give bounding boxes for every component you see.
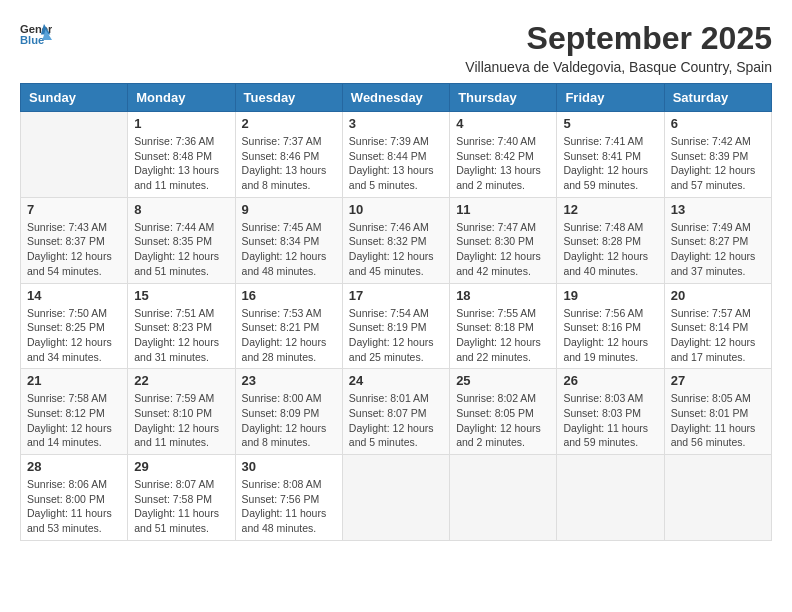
day-info: Sunrise: 7:39 AMSunset: 8:44 PMDaylight:… — [349, 134, 443, 193]
month-title: September 2025 — [465, 20, 772, 57]
day-number: 14 — [27, 288, 121, 303]
calendar-cell — [21, 112, 128, 198]
calendar-cell: 5Sunrise: 7:41 AMSunset: 8:41 PMDaylight… — [557, 112, 664, 198]
day-number: 26 — [563, 373, 657, 388]
day-number: 2 — [242, 116, 336, 131]
calendar-cell: 25Sunrise: 8:02 AMSunset: 8:05 PMDayligh… — [450, 369, 557, 455]
calendar-cell: 16Sunrise: 7:53 AMSunset: 8:21 PMDayligh… — [235, 283, 342, 369]
calendar-cell: 10Sunrise: 7:46 AMSunset: 8:32 PMDayligh… — [342, 197, 449, 283]
calendar-week-row: 14Sunrise: 7:50 AMSunset: 8:25 PMDayligh… — [21, 283, 772, 369]
day-number: 18 — [456, 288, 550, 303]
day-info: Sunrise: 7:57 AMSunset: 8:14 PMDaylight:… — [671, 306, 765, 365]
day-info: Sunrise: 7:43 AMSunset: 8:37 PMDaylight:… — [27, 220, 121, 279]
day-number: 7 — [27, 202, 121, 217]
day-info: Sunrise: 7:45 AMSunset: 8:34 PMDaylight:… — [242, 220, 336, 279]
day-number: 8 — [134, 202, 228, 217]
calendar-cell: 17Sunrise: 7:54 AMSunset: 8:19 PMDayligh… — [342, 283, 449, 369]
calendar-cell: 4Sunrise: 7:40 AMSunset: 8:42 PMDaylight… — [450, 112, 557, 198]
calendar-cell: 20Sunrise: 7:57 AMSunset: 8:14 PMDayligh… — [664, 283, 771, 369]
calendar-week-row: 7Sunrise: 7:43 AMSunset: 8:37 PMDaylight… — [21, 197, 772, 283]
calendar-cell — [450, 455, 557, 541]
calendar-cell: 27Sunrise: 8:05 AMSunset: 8:01 PMDayligh… — [664, 369, 771, 455]
weekday-header-thursday: Thursday — [450, 84, 557, 112]
day-info: Sunrise: 7:36 AMSunset: 8:48 PMDaylight:… — [134, 134, 228, 193]
day-info: Sunrise: 7:48 AMSunset: 8:28 PMDaylight:… — [563, 220, 657, 279]
day-info: Sunrise: 7:51 AMSunset: 8:23 PMDaylight:… — [134, 306, 228, 365]
weekday-header-row: SundayMondayTuesdayWednesdayThursdayFrid… — [21, 84, 772, 112]
day-info: Sunrise: 7:56 AMSunset: 8:16 PMDaylight:… — [563, 306, 657, 365]
day-info: Sunrise: 8:06 AMSunset: 8:00 PMDaylight:… — [27, 477, 121, 536]
day-number: 11 — [456, 202, 550, 217]
calendar-week-row: 28Sunrise: 8:06 AMSunset: 8:00 PMDayligh… — [21, 455, 772, 541]
day-info: Sunrise: 7:58 AMSunset: 8:12 PMDaylight:… — [27, 391, 121, 450]
day-info: Sunrise: 8:03 AMSunset: 8:03 PMDaylight:… — [563, 391, 657, 450]
day-info: Sunrise: 7:41 AMSunset: 8:41 PMDaylight:… — [563, 134, 657, 193]
day-number: 23 — [242, 373, 336, 388]
day-info: Sunrise: 7:49 AMSunset: 8:27 PMDaylight:… — [671, 220, 765, 279]
day-number: 13 — [671, 202, 765, 217]
day-number: 5 — [563, 116, 657, 131]
calendar-cell: 9Sunrise: 7:45 AMSunset: 8:34 PMDaylight… — [235, 197, 342, 283]
calendar-week-row: 21Sunrise: 7:58 AMSunset: 8:12 PMDayligh… — [21, 369, 772, 455]
calendar-cell: 13Sunrise: 7:49 AMSunset: 8:27 PMDayligh… — [664, 197, 771, 283]
location-subtitle: Villanueva de Valdegovia, Basque Country… — [465, 59, 772, 75]
day-number: 19 — [563, 288, 657, 303]
day-number: 24 — [349, 373, 443, 388]
day-info: Sunrise: 7:46 AMSunset: 8:32 PMDaylight:… — [349, 220, 443, 279]
day-info: Sunrise: 7:44 AMSunset: 8:35 PMDaylight:… — [134, 220, 228, 279]
calendar-cell: 22Sunrise: 7:59 AMSunset: 8:10 PMDayligh… — [128, 369, 235, 455]
day-number: 3 — [349, 116, 443, 131]
day-number: 4 — [456, 116, 550, 131]
calendar-cell: 15Sunrise: 7:51 AMSunset: 8:23 PMDayligh… — [128, 283, 235, 369]
page-header: General Blue September 2025 Villanueva d… — [20, 20, 772, 75]
calendar-cell: 19Sunrise: 7:56 AMSunset: 8:16 PMDayligh… — [557, 283, 664, 369]
logo-icon: General Blue — [20, 20, 52, 52]
calendar-cell — [557, 455, 664, 541]
calendar-week-row: 1Sunrise: 7:36 AMSunset: 8:48 PMDaylight… — [21, 112, 772, 198]
day-info: Sunrise: 7:37 AMSunset: 8:46 PMDaylight:… — [242, 134, 336, 193]
day-number: 16 — [242, 288, 336, 303]
day-number: 30 — [242, 459, 336, 474]
day-number: 17 — [349, 288, 443, 303]
calendar-cell: 12Sunrise: 7:48 AMSunset: 8:28 PMDayligh… — [557, 197, 664, 283]
calendar-cell: 8Sunrise: 7:44 AMSunset: 8:35 PMDaylight… — [128, 197, 235, 283]
day-number: 9 — [242, 202, 336, 217]
calendar-cell: 14Sunrise: 7:50 AMSunset: 8:25 PMDayligh… — [21, 283, 128, 369]
day-number: 1 — [134, 116, 228, 131]
day-number: 21 — [27, 373, 121, 388]
weekday-header-saturday: Saturday — [664, 84, 771, 112]
weekday-header-sunday: Sunday — [21, 84, 128, 112]
day-number: 10 — [349, 202, 443, 217]
calendar-cell: 7Sunrise: 7:43 AMSunset: 8:37 PMDaylight… — [21, 197, 128, 283]
day-info: Sunrise: 7:47 AMSunset: 8:30 PMDaylight:… — [456, 220, 550, 279]
calendar-cell — [342, 455, 449, 541]
calendar-table: SundayMondayTuesdayWednesdayThursdayFrid… — [20, 83, 772, 541]
svg-text:Blue: Blue — [20, 34, 44, 46]
day-info: Sunrise: 7:42 AMSunset: 8:39 PMDaylight:… — [671, 134, 765, 193]
calendar-cell: 30Sunrise: 8:08 AMSunset: 7:56 PMDayligh… — [235, 455, 342, 541]
weekday-header-monday: Monday — [128, 84, 235, 112]
calendar-cell: 24Sunrise: 8:01 AMSunset: 8:07 PMDayligh… — [342, 369, 449, 455]
calendar-cell: 3Sunrise: 7:39 AMSunset: 8:44 PMDaylight… — [342, 112, 449, 198]
day-info: Sunrise: 7:55 AMSunset: 8:18 PMDaylight:… — [456, 306, 550, 365]
calendar-cell: 11Sunrise: 7:47 AMSunset: 8:30 PMDayligh… — [450, 197, 557, 283]
day-info: Sunrise: 8:07 AMSunset: 7:58 PMDaylight:… — [134, 477, 228, 536]
day-info: Sunrise: 8:01 AMSunset: 8:07 PMDaylight:… — [349, 391, 443, 450]
day-info: Sunrise: 7:59 AMSunset: 8:10 PMDaylight:… — [134, 391, 228, 450]
day-number: 27 — [671, 373, 765, 388]
calendar-cell: 23Sunrise: 8:00 AMSunset: 8:09 PMDayligh… — [235, 369, 342, 455]
day-info: Sunrise: 7:53 AMSunset: 8:21 PMDaylight:… — [242, 306, 336, 365]
day-info: Sunrise: 8:05 AMSunset: 8:01 PMDaylight:… — [671, 391, 765, 450]
day-info: Sunrise: 8:08 AMSunset: 7:56 PMDaylight:… — [242, 477, 336, 536]
title-block: September 2025 Villanueva de Valdegovia,… — [465, 20, 772, 75]
calendar-cell: 29Sunrise: 8:07 AMSunset: 7:58 PMDayligh… — [128, 455, 235, 541]
day-info: Sunrise: 8:00 AMSunset: 8:09 PMDaylight:… — [242, 391, 336, 450]
day-info: Sunrise: 8:02 AMSunset: 8:05 PMDaylight:… — [456, 391, 550, 450]
calendar-cell: 1Sunrise: 7:36 AMSunset: 8:48 PMDaylight… — [128, 112, 235, 198]
day-number: 25 — [456, 373, 550, 388]
day-number: 12 — [563, 202, 657, 217]
day-info: Sunrise: 7:40 AMSunset: 8:42 PMDaylight:… — [456, 134, 550, 193]
weekday-header-friday: Friday — [557, 84, 664, 112]
calendar-cell: 18Sunrise: 7:55 AMSunset: 8:18 PMDayligh… — [450, 283, 557, 369]
day-number: 6 — [671, 116, 765, 131]
